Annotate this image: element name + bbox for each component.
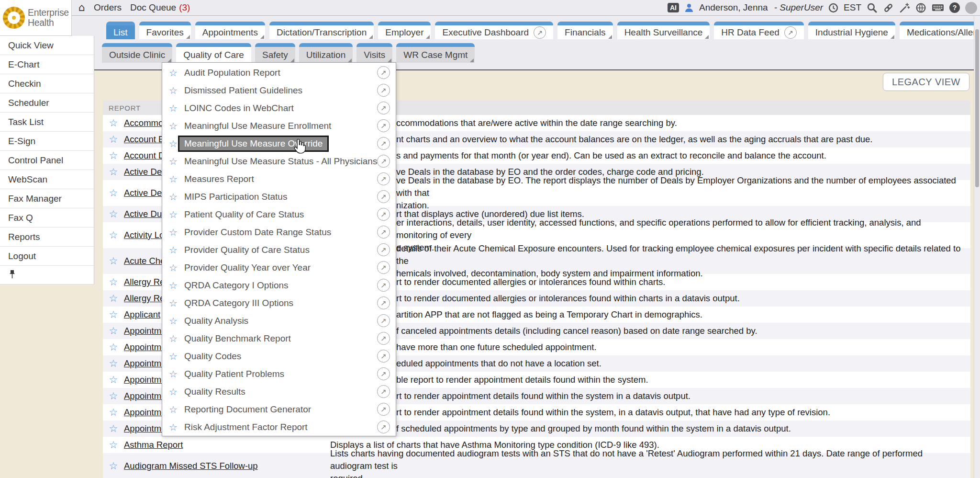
- favorite-star-icon[interactable]: ☆: [109, 358, 118, 369]
- open-new-window-icon[interactable]: ↗: [377, 190, 390, 203]
- tab-financials[interactable]: Financials: [557, 22, 613, 39]
- menu-item-dismissed-patient-guidelines[interactable]: ☆Dismissed Patient Guidelines↗: [162, 81, 396, 99]
- favorite-star-icon[interactable]: ☆: [109, 325, 118, 337]
- favorite-star-icon[interactable]: ☆: [169, 368, 181, 380]
- help-icon[interactable]: ?: [949, 2, 960, 13]
- open-new-window-icon[interactable]: ↗: [377, 385, 390, 398]
- topbar-doc-queue-link[interactable]: Doc Queue (3): [130, 2, 190, 13]
- tab-quality-of-care[interactable]: Quality of Care: [176, 43, 251, 63]
- menu-item-quality-results[interactable]: ☆Quality Results↗: [162, 383, 396, 400]
- menu-item-reporting-document-generator[interactable]: ☆Reporting Document Generator↗: [162, 400, 396, 418]
- menu-item-quality-benchmark-report[interactable]: ☆Quality Benchmark Report↗: [162, 330, 396, 347]
- menu-item-quality-analysis[interactable]: ☆Quality Analysis↗: [162, 312, 396, 330]
- sidebar-item-e-chart[interactable]: E-Chart: [0, 55, 94, 74]
- favorite-star-icon[interactable]: ☆: [109, 150, 118, 161]
- home-icon[interactable]: ⌂: [78, 2, 85, 13]
- favorite-star-icon[interactable]: ☆: [109, 208, 118, 220]
- menu-item-risk-adjustment-factor-report[interactable]: ☆Risk Adjustment Factor Report↗: [162, 418, 396, 436]
- menu-item-mips-participation-status[interactable]: ☆MIPS Participation Status↗: [162, 188, 396, 205]
- report-link-audiogram-missed-sts-follow-up[interactable]: Audiogram Missed STS Follow-up: [124, 461, 258, 471]
- favorite-star-icon[interactable]: ☆: [109, 276, 118, 288]
- favorite-star-icon[interactable]: ☆: [109, 309, 118, 320]
- tab-dictation-transcription[interactable]: Dictation/Transcription: [269, 22, 374, 39]
- favorite-star-icon[interactable]: ☆: [169, 244, 181, 256]
- tab-list[interactable]: List: [106, 22, 135, 39]
- sidebar-item-webscan[interactable]: WebScan: [0, 170, 94, 189]
- favorite-star-icon[interactable]: ☆: [169, 351, 181, 362]
- favorite-star-icon[interactable]: ☆: [169, 120, 181, 132]
- tab-employer[interactable]: Employer: [378, 22, 431, 39]
- favorite-star-icon[interactable]: ☆: [169, 262, 181, 273]
- report-link-activity-lo[interactable]: Activity Lo: [124, 230, 164, 240]
- open-new-window-icon[interactable]: ↗: [377, 226, 390, 239]
- report-link-applicant[interactable]: Applicant: [124, 309, 160, 319]
- menu-item-loinc-codes-in-webchart[interactable]: ☆LOINC Codes in WebChart↗: [162, 99, 396, 117]
- sidebar-item-fax-manager[interactable]: Fax Manager: [0, 189, 94, 208]
- link-icon[interactable]: [883, 2, 894, 13]
- report-link-appointme[interactable]: Appointme: [124, 423, 166, 433]
- favorite-star-icon[interactable]: ☆: [169, 191, 181, 203]
- scrollbar-thumb[interactable]: [975, 29, 979, 187]
- favorite-star-icon[interactable]: ☆: [109, 134, 118, 145]
- status-circle-icon[interactable]: [965, 2, 977, 14]
- favorite-star-icon[interactable]: ☆: [169, 280, 181, 291]
- sidebar-item-fax-q[interactable]: Fax Q: [0, 208, 94, 228]
- report-link-appointme[interactable]: Appointme: [124, 342, 166, 352]
- open-new-window-icon[interactable]: ↗: [377, 367, 390, 380]
- favorite-star-icon[interactable]: ☆: [169, 333, 181, 344]
- tab-health-surveillance[interactable]: Health Surveillance: [617, 22, 710, 39]
- menu-item-provider-quality-year-over-year[interactable]: ☆Provider Quality Year over Year↗: [162, 259, 396, 276]
- menu-item-measures-report[interactable]: ☆Measures Report↗: [162, 170, 396, 188]
- user-name[interactable]: Anderson, Jenna: [699, 2, 768, 13]
- report-link-appointme[interactable]: Appointme: [124, 407, 166, 417]
- external-link-icon[interactable]: ↗: [784, 26, 797, 39]
- favorite-star-icon[interactable]: ☆: [109, 166, 118, 178]
- open-new-window-icon[interactable]: ↗: [377, 350, 390, 363]
- favorite-star-icon[interactable]: ☆: [169, 227, 181, 238]
- menu-item-quality-patient-problems[interactable]: ☆Quality Patient Problems↗: [162, 365, 396, 383]
- sidebar-item-task-list[interactable]: Task List: [0, 113, 94, 132]
- report-link-appointme[interactable]: Appointme: [124, 375, 166, 385]
- report-link-allergy-re[interactable]: Allergy Re: [124, 293, 165, 303]
- favorite-star-icon[interactable]: ☆: [109, 460, 118, 472]
- favorite-star-icon[interactable]: ☆: [169, 386, 181, 398]
- report-link-acute-che[interactable]: Acute Che: [124, 256, 165, 266]
- favorite-star-icon[interactable]: ☆: [169, 67, 181, 79]
- tab-hr-data-feed[interactable]: HR Data Feed↗: [714, 22, 803, 39]
- report-link-active-de[interactable]: Active De: [124, 167, 162, 177]
- open-new-window-icon[interactable]: ↗: [377, 66, 390, 79]
- favorite-star-icon[interactable]: ☆: [169, 102, 181, 114]
- favorite-star-icon[interactable]: ☆: [169, 404, 181, 415]
- open-new-window-icon[interactable]: ↗: [377, 119, 390, 132]
- favorite-star-icon[interactable]: ☆: [109, 255, 118, 267]
- tab-visits[interactable]: Visits: [356, 43, 392, 63]
- keyboard-icon[interactable]: [932, 3, 944, 12]
- open-new-window-icon[interactable]: ↗: [377, 208, 390, 221]
- report-link-appointme[interactable]: Appointme: [124, 326, 166, 336]
- menu-item-meaningful-use-measure-override[interactable]: ☆Meaningful Use Measure Override↗: [162, 135, 396, 152]
- menu-item-provider-quality-of-care-status[interactable]: ☆Provider Quality of Care Status↗: [162, 241, 396, 259]
- report-link-account-b[interactable]: Account B: [124, 134, 164, 144]
- menu-item-quality-codes[interactable]: ☆Quality Codes↗: [162, 347, 396, 365]
- report-link-appointme[interactable]: Appointme: [124, 358, 166, 368]
- favorite-star-icon[interactable]: ☆: [109, 293, 118, 304]
- open-new-window-icon[interactable]: ↗: [377, 84, 390, 97]
- sidebar-item-reports[interactable]: Reports: [0, 228, 94, 247]
- favorite-star-icon[interactable]: ☆: [169, 209, 181, 220]
- sidebar-item-scheduler[interactable]: Scheduler: [0, 93, 94, 113]
- sidebar-item-quick-view[interactable]: Quick View: [0, 36, 94, 55]
- tab-medications-allergies-scripts[interactable]: Medications/Allergies/Scripts: [900, 22, 980, 39]
- sidebar-item-checkin[interactable]: Checkin: [0, 74, 94, 93]
- open-new-window-icon[interactable]: ↗: [377, 155, 390, 168]
- magic-wand-icon[interactable]: [899, 2, 910, 13]
- favorite-star-icon[interactable]: ☆: [169, 421, 181, 433]
- open-new-window-icon[interactable]: ↗: [377, 172, 390, 185]
- tab-appointments[interactable]: Appointments: [195, 22, 265, 39]
- sidebar-item-e-sign[interactable]: E-Sign: [0, 132, 94, 151]
- open-new-window-icon[interactable]: ↗: [377, 403, 390, 416]
- menu-item-audit-population-report[interactable]: ☆Audit Population Report↗: [162, 64, 396, 81]
- clock-icon[interactable]: [828, 3, 838, 13]
- report-link-appointme[interactable]: Appointme: [124, 391, 166, 401]
- favorite-star-icon[interactable]: ☆: [169, 85, 181, 96]
- tab-wr-case-mgmt[interactable]: WR Case Mgmt: [396, 43, 475, 63]
